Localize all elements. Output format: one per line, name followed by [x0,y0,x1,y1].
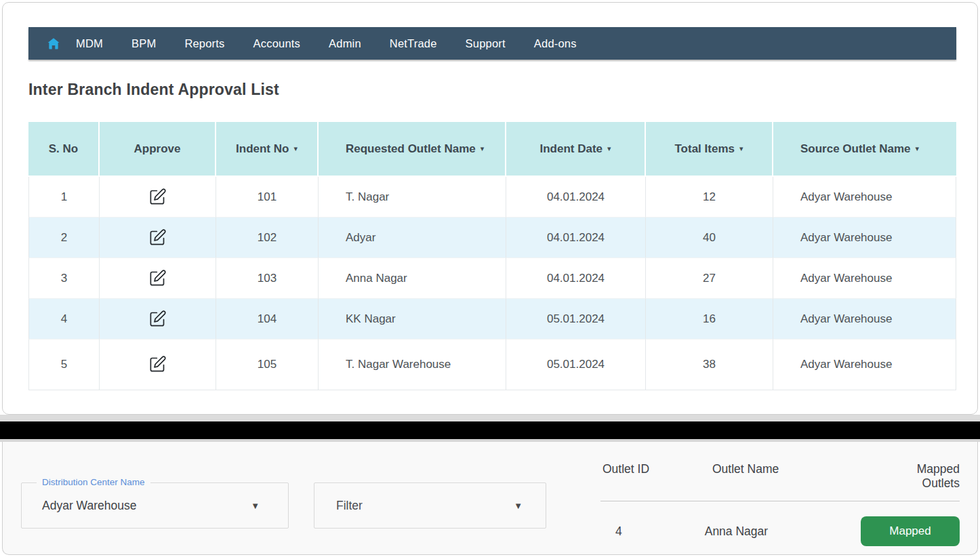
cell-requested-outlet-name: KK Nagar [319,299,506,339]
approve-edit-button[interactable] [146,352,169,376]
cell-s-no: 5 [28,339,100,390]
cell-s-no: 4 [28,299,100,339]
outlet-id-value: 4 [600,524,705,539]
cell-total-items: 40 [646,218,773,258]
filter-value: Filter [336,499,363,513]
distribution-center-value: Adyar Warehouse [42,499,136,513]
sort-caret-icon[interactable]: ▾ [481,144,485,152]
cell-requested-outlet-name: Adyar [319,218,506,258]
cell-indent-no: 103 [216,258,319,299]
home-icon [46,37,61,51]
cell-indent-date: 05.01.2024 [506,299,646,339]
mapped-button[interactable]: Mapped [861,516,960,546]
cell-requested-outlet-name: T. Nagar Warehouse [319,339,506,390]
indent-approval-table: S. No Approve Indent No▾ Requested Outle… [28,122,956,390]
edit-icon [148,188,167,206]
nav-item-reports[interactable]: Reports [184,37,224,50]
approve-edit-button[interactable] [146,226,169,249]
cell-s-no: 2 [28,218,100,258]
chevron-down-icon: ▼ [514,501,523,511]
column-header-indent-date[interactable]: Indent Date▾ [506,122,646,177]
cell-source-outlet-name: Adyar Warehouse [773,258,956,299]
table-row: 3 103 Anna Nagar 04.01.2024 27 Adyar War… [28,258,956,299]
approve-edit-button[interactable] [146,185,169,209]
page-title: Inter Branch Indent Approval List [28,81,279,99]
cell-source-outlet-name: Adyar Warehouse [773,339,956,390]
cell-approve [100,339,216,390]
cell-total-items: 16 [646,299,773,339]
filter-select[interactable]: Filter ▼ [314,482,546,529]
outlet-name-value: Anna Nagar [705,524,861,539]
table-header-row: S. No Approve Indent No▾ Requested Outle… [28,122,956,177]
outlet-name-header: Outlet Name [712,462,882,476]
edit-icon [148,228,167,247]
sort-caret-icon[interactable]: ▾ [293,144,298,152]
column-label: Indent No [236,142,289,155]
column-label: Source Outlet Name [800,142,911,155]
chevron-down-icon: ▼ [251,501,260,511]
nav-item-addons[interactable]: Add-ons [534,37,577,50]
column-label: Requested Outlet Name [346,142,476,155]
column-header-approve: Approve [100,122,216,177]
nav-item-mdm[interactable]: MDM [76,37,103,50]
cell-indent-date: 04.01.2024 [506,177,646,218]
edit-icon [148,310,167,328]
column-header-total-items[interactable]: Total Items▾ [646,122,773,177]
column-label: Indent Date [539,142,603,155]
mapped-outlets-header: Mapped Outlets [882,462,960,491]
cell-indent-date: 04.01.2024 [506,218,646,258]
cell-requested-outlet-name: T. Nagar [319,177,506,218]
outlet-mapping-table: Outlet ID Outlet Name Mapped Outlets 4 A… [600,462,960,546]
cell-requested-outlet-name: Anna Nagar [319,258,506,299]
cell-indent-date: 04.01.2024 [506,258,646,299]
gray-divider-top [0,415,980,421]
sort-caret-icon[interactable]: ▾ [916,144,920,152]
column-label: Total Items [674,142,734,155]
cell-indent-no: 101 [216,177,319,218]
column-label: Approve [134,142,181,155]
cell-approve [100,258,216,299]
cell-approve [100,299,216,339]
table-row: 2 102 Adyar 04.01.2024 40 Adyar Warehous… [28,218,956,258]
sort-caret-icon[interactable]: ▾ [739,144,743,152]
column-header-requested-outlet-name[interactable]: Requested Outlet Name▾ [319,122,506,177]
column-header-indent-no[interactable]: Indent No▾ [216,122,319,177]
edit-icon [148,269,167,287]
table-row: 1 101 T. Nagar 04.01.2024 12 Adyar Wareh… [28,177,956,218]
cell-total-items: 12 [646,177,773,218]
nav-item-admin[interactable]: Admin [329,37,361,50]
cell-s-no: 1 [28,177,100,218]
cell-indent-no: 104 [216,299,319,339]
cell-approve [100,218,216,258]
cell-indent-date: 05.01.2024 [506,339,646,390]
approve-edit-button[interactable] [146,307,169,331]
screen: MDM BPM Reports Accounts Admin NetTrade … [0,0,980,557]
column-header-source-outlet-name[interactable]: Source Outlet Name▾ [773,122,956,177]
column-label: S. No [49,142,78,155]
nav-item-bpm[interactable]: BPM [131,37,156,50]
outlet-table-row: 4 Anna Nagar Mapped [600,516,960,546]
cell-indent-no: 102 [216,218,319,258]
indent-approval-card: MDM BPM Reports Accounts Admin NetTrade … [2,2,978,415]
nav-item-support[interactable]: Support [466,37,506,50]
sort-caret-icon[interactable]: ▾ [607,144,611,152]
cell-total-items: 38 [646,339,773,390]
black-divider-band [0,421,980,439]
table-row: 4 104 KK Nagar 05.01.2024 16 Adyar Wareh… [28,299,956,339]
cell-source-outlet-name: Adyar Warehouse [773,299,956,339]
distribution-center-select[interactable]: Distribution Center Name Adyar Warehouse… [21,482,289,529]
cell-s-no: 3 [28,258,100,299]
approve-edit-button[interactable] [146,266,169,290]
cell-total-items: 27 [646,258,773,299]
main-navbar: MDM BPM Reports Accounts Admin NetTrade … [28,27,956,60]
nav-item-accounts[interactable]: Accounts [253,37,300,50]
cell-approve [100,177,216,218]
nav-item-home[interactable] [46,37,76,51]
distribution-center-label: Distribution Center Name [37,477,150,487]
outlet-id-header: Outlet ID [600,462,712,476]
table-row: 5 105 T. Nagar Warehouse 05.01.2024 38 A… [28,339,956,390]
column-header-s-no: S. No [28,122,100,177]
cell-source-outlet-name: Adyar Warehouse [773,218,956,258]
edit-icon [148,355,167,373]
nav-item-nettrade[interactable]: NetTrade [390,37,437,50]
